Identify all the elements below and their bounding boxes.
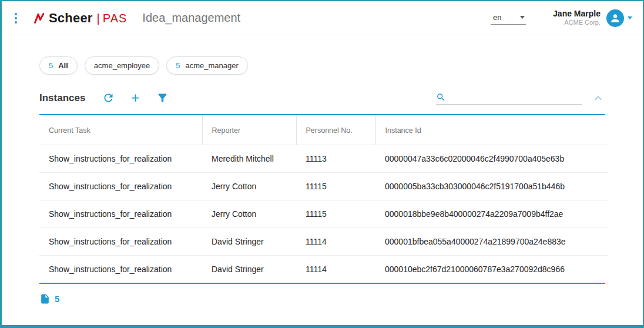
table-row[interactable]: Show_instructions_for_realizationJerry C… xyxy=(39,200,608,228)
chip-label: All xyxy=(58,61,68,70)
chip-label: acme_manager xyxy=(185,61,238,70)
language-select[interactable]: en xyxy=(491,12,526,25)
cell-instance-id: 0000005ba33cb303000046c2f5191700a51b446b xyxy=(375,173,608,200)
user-menu-caret-icon[interactable] xyxy=(628,16,632,19)
table-row[interactable]: Show_instructions_for_realizationJerry C… xyxy=(39,173,608,200)
cell-current-task: Show_instructions_for_realization xyxy=(39,228,202,256)
cell-current-task: Show_instructions_for_realization xyxy=(39,145,202,173)
cell-reporter: David Stringer xyxy=(202,256,296,283)
column-header-current-task[interactable]: Current Task xyxy=(39,115,202,145)
cell-personnel-no: 11113 xyxy=(296,145,375,173)
plus-icon xyxy=(129,92,142,104)
column-header-instance-id[interactable]: Instance Id xyxy=(375,115,608,145)
column-header-reporter[interactable]: Reporter xyxy=(202,115,296,145)
table-row[interactable]: Show_instructions_for_realizationDavid S… xyxy=(39,256,608,283)
brand-logo: Scheer | PAS xyxy=(33,11,127,26)
table-body: Show_instructions_for_realizationMeredit… xyxy=(39,145,608,283)
user-name: Jane Marple xyxy=(553,9,601,19)
document-icon xyxy=(39,293,51,304)
filter-chips: 5Allacme_employee5acme_manager xyxy=(39,56,643,75)
topbar: Scheer | PAS Idea_management en Jane Mar… xyxy=(2,1,643,35)
cell-reporter: Jerry Cotton xyxy=(202,173,296,200)
user-org: ACME Corp. xyxy=(553,19,601,27)
chip-count: 5 xyxy=(176,61,180,70)
cell-personnel-no: 11114 xyxy=(296,228,375,256)
record-count: 5 xyxy=(55,294,59,304)
search-field xyxy=(436,91,582,105)
brand-name-scheer: Scheer xyxy=(49,11,93,26)
chip-count: 5 xyxy=(49,61,53,70)
instances-toolbar: Instances xyxy=(39,91,605,105)
app-window: Scheer | PAS Idea_management en Jane Mar… xyxy=(0,0,644,328)
chevron-up-icon xyxy=(591,91,605,105)
filter-button[interactable] xyxy=(156,92,169,105)
cell-personnel-no: 11115 xyxy=(296,200,375,228)
page-title: Idea_management xyxy=(142,11,240,25)
cell-instance-id: 0000018bbe9e8b400000274a2209a7009b4ff2ae xyxy=(375,200,608,228)
instances-heading: Instances xyxy=(39,92,85,104)
instances-table: Current TaskReporterPersonnel No.Instanc… xyxy=(39,115,608,283)
search-input[interactable] xyxy=(446,91,582,103)
cell-reporter: David Stringer xyxy=(202,228,296,256)
cell-instance-id: 000010ebc2f67d21000060787e3a270092d8c966 xyxy=(375,256,608,283)
caret-down-icon xyxy=(520,16,525,19)
table-row[interactable]: Show_instructions_for_realizationDavid S… xyxy=(39,228,608,256)
filter-chip-acme-manager[interactable]: 5acme_manager xyxy=(166,56,248,75)
table-header-row: Current TaskReporterPersonnel No.Instanc… xyxy=(39,115,608,145)
cell-instance-id: 00000047a33c6c02000046c2f4990700a405e63b xyxy=(375,145,608,173)
cell-personnel-no: 11115 xyxy=(296,173,375,200)
add-instance-button[interactable] xyxy=(129,92,142,105)
filter-chip-acme-employee[interactable]: acme_employee xyxy=(85,56,159,75)
cell-personnel-no: 11114 xyxy=(296,256,375,283)
cell-current-task: Show_instructions_for_realization xyxy=(39,200,202,228)
refresh-button[interactable] xyxy=(102,92,115,105)
filter-chip-all[interactable]: 5All xyxy=(39,56,78,75)
search-icon xyxy=(436,92,446,102)
language-value: en xyxy=(493,13,501,22)
brand-name-pas: PAS xyxy=(103,12,128,25)
brand-separator: | xyxy=(97,12,100,25)
cell-reporter: Jerry Cotton xyxy=(202,200,296,228)
table-row[interactable]: Show_instructions_for_realizationMeredit… xyxy=(39,145,608,173)
filter-funnel-icon xyxy=(156,92,169,104)
person-icon xyxy=(609,12,621,24)
cell-current-task: Show_instructions_for_realization xyxy=(39,173,202,200)
chip-label: acme_employee xyxy=(94,61,150,70)
refresh-icon xyxy=(102,92,115,104)
collapse-panel-button[interactable] xyxy=(591,91,605,105)
cell-current-task: Show_instructions_for_realization xyxy=(39,256,202,283)
cell-instance-id: 000001bfbea055a40000274a21899700a24e883e xyxy=(375,228,608,256)
column-header-personnel-no[interactable]: Personnel No. xyxy=(296,115,375,145)
table-bottom-divider xyxy=(39,283,605,284)
table-footer: 5 xyxy=(39,293,605,304)
scheer-logo-icon xyxy=(33,12,46,25)
kebab-menu-icon[interactable] xyxy=(11,11,21,26)
user-info: Jane Marple ACME Corp. xyxy=(553,9,601,27)
avatar[interactable] xyxy=(606,9,624,27)
cell-reporter: Meredith Mitchell xyxy=(202,145,296,173)
